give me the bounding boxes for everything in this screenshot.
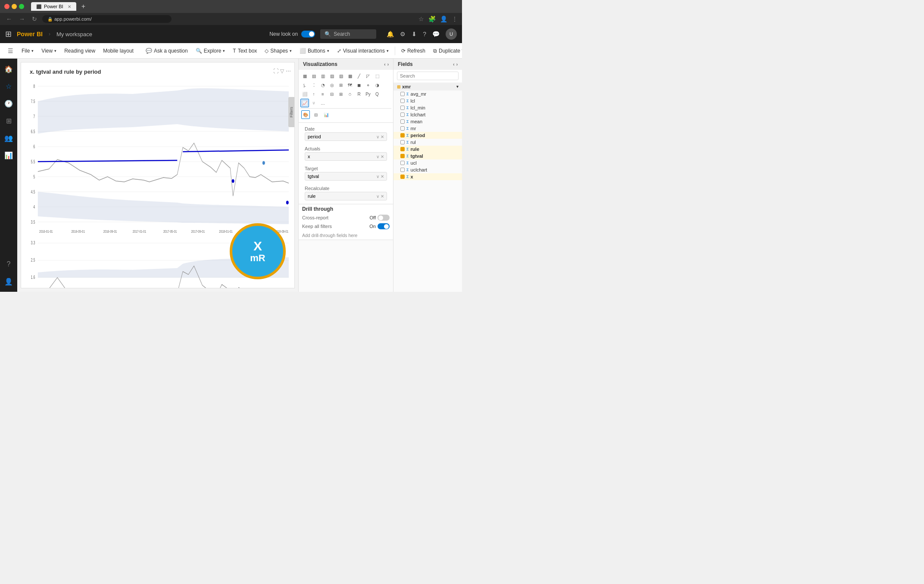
- buttons-button[interactable]: ⬜ Buttons ▾: [296, 46, 333, 56]
- minimize-button[interactable]: [12, 4, 17, 9]
- feedback-icon[interactable]: 💬: [432, 31, 440, 37]
- field-avg_mr[interactable]: Σ avg_mr: [393, 91, 462, 97]
- viz-panel-collapse[interactable]: ›: [387, 62, 389, 67]
- file-menu[interactable]: File ▾: [18, 46, 37, 56]
- refresh-button[interactable]: ⟳ Refresh: [398, 46, 429, 56]
- search-bar[interactable]: 🔍 Search: [320, 29, 376, 39]
- viz-waterfall[interactable]: ⍥: [346, 90, 354, 98]
- target-value[interactable]: tgtval ∨ ✕: [305, 172, 387, 181]
- viz-100-stacked-bar[interactable]: ▥: [318, 72, 327, 80]
- field-ucl_chart[interactable]: Σ uclchart: [393, 166, 462, 173]
- field-lcl_min[interactable]: Σ lcl_min: [393, 104, 462, 111]
- viz-line-col[interactable]: ⍼: [300, 81, 309, 89]
- visual-interactions-button[interactable]: ⤢ Visual interactions ▾: [334, 46, 392, 56]
- reload-button[interactable]: ↻: [30, 15, 39, 23]
- sidebar-shared-icon[interactable]: 👥: [2, 131, 16, 145]
- chart-more-icon[interactable]: ⋯: [286, 68, 291, 74]
- actuals-expand[interactable]: ∨ ✕: [376, 154, 384, 159]
- workspace-link[interactable]: My workspace: [56, 31, 92, 37]
- viz-filled-map[interactable]: ◼: [355, 81, 363, 89]
- fields-collapse-icon[interactable]: ‹: [453, 62, 454, 67]
- text-box-button[interactable]: T Text box: [229, 46, 260, 56]
- profile-icon[interactable]: 👤: [440, 16, 447, 22]
- field-rul[interactable]: Σ rul: [393, 139, 462, 146]
- viz-pie[interactable]: ◔: [318, 81, 327, 89]
- field-mean[interactable]: Σ mean: [393, 118, 462, 125]
- fields-search-input[interactable]: [397, 72, 459, 80]
- sidebar-user-icon[interactable]: 👤: [2, 275, 16, 288]
- target-expand[interactable]: ∨ ✕: [376, 174, 384, 179]
- help-icon[interactable]: ?: [423, 31, 426, 37]
- viz-100-stacked-area[interactable]: ⬚: [373, 72, 381, 80]
- viz-map[interactable]: 🗺: [346, 81, 354, 89]
- field-ucl[interactable]: Σ ucl: [393, 159, 462, 166]
- sidebar-star-icon[interactable]: ☆: [2, 79, 16, 93]
- url-bar[interactable]: 🔒 app.powerbi.com/: [42, 15, 172, 23]
- chart-filter-icon[interactable]: ▽: [280, 68, 284, 74]
- settings-icon[interactable]: ⚙: [400, 31, 406, 37]
- maximize-button[interactable]: [19, 4, 24, 9]
- recalculate-value[interactable]: rule ∨ ✕: [305, 192, 387, 200]
- download-icon[interactable]: ⬇: [412, 31, 417, 37]
- field-lclchart[interactable]: Σ lclchart: [393, 111, 462, 118]
- sidebar-recent-icon[interactable]: 🕐: [2, 97, 16, 110]
- ask-question-button[interactable]: 💬 Ask a question: [142, 46, 191, 56]
- viz-clustered-bar[interactable]: ▤: [309, 72, 318, 80]
- sidebar-workspace-icon[interactable]: 📊: [2, 148, 16, 162]
- actuals-value[interactable]: x ∨ ✕: [305, 152, 387, 161]
- viz-panel-header[interactable]: Visualizations ‹ ›: [299, 59, 393, 70]
- viz-line[interactable]: ╱: [355, 72, 363, 80]
- keep-filters-toggle[interactable]: On: [369, 223, 390, 229]
- viz-panel-expand[interactable]: ‹: [384, 62, 385, 67]
- menu-icon[interactable]: ⋮: [452, 16, 458, 22]
- close-button[interactable]: [4, 4, 9, 9]
- recalculate-expand[interactable]: ∨ ✕: [376, 194, 384, 199]
- cross-report-toggle-pill[interactable]: [378, 215, 390, 221]
- viz-stacked-bar[interactable]: ▦: [300, 72, 309, 80]
- star-icon[interactable]: ☆: [418, 16, 424, 22]
- field-tgtval[interactable]: Σ tgtval: [393, 153, 462, 159]
- viz-gauge[interactable]: ◑: [373, 81, 381, 89]
- view-menu[interactable]: View ▾: [38, 46, 60, 56]
- viz-100-stacked-col[interactable]: ▩: [346, 72, 354, 80]
- add-drill-fields-button[interactable]: Add drill-through fields here: [302, 233, 390, 238]
- viz-matrix[interactable]: ⊞: [337, 90, 345, 98]
- sidebar-home-icon[interactable]: 🏠: [2, 62, 16, 76]
- viz-analytics-icon[interactable]: 📊: [322, 110, 331, 119]
- viz-donut[interactable]: ◎: [328, 81, 336, 89]
- viz-treemap[interactable]: ⊞: [337, 81, 345, 89]
- viz-custom-active[interactable]: 📈: [300, 99, 309, 107]
- viz-funnel[interactable]: ⋄: [364, 81, 372, 89]
- field-period[interactable]: Σ period: [393, 132, 462, 139]
- field-rule[interactable]: Σ rule: [393, 146, 462, 153]
- cross-report-toggle[interactable]: Off: [370, 215, 390, 221]
- explore-button[interactable]: 🔍 Explore ▾: [192, 46, 229, 56]
- field-lcl[interactable]: Σ lcl: [393, 97, 462, 104]
- viz-card[interactable]: ⬜: [300, 90, 309, 98]
- viz-kpi[interactable]: ↑: [309, 90, 318, 98]
- viz-qna[interactable]: Q: [373, 90, 381, 98]
- back-button[interactable]: ←: [4, 15, 14, 23]
- chart-focus-icon[interactable]: ⛶: [273, 68, 278, 74]
- extension-icon[interactable]: 🧩: [428, 16, 436, 22]
- viz-stacked-col[interactable]: ▨: [328, 72, 336, 80]
- viz-python[interactable]: Py: [364, 90, 372, 98]
- notification-icon[interactable]: 🔔: [387, 31, 394, 37]
- new-tab-button[interactable]: +: [81, 3, 85, 10]
- browser-tab[interactable]: ⬛ Power BI ✕: [31, 2, 76, 11]
- field-mr[interactable]: Σ mr: [393, 125, 462, 132]
- viz-clustered-col[interactable]: ▧: [337, 72, 345, 80]
- viz-slicer[interactable]: ≡: [318, 90, 327, 98]
- sidebar-apps-icon[interactable]: ⊞: [2, 114, 16, 128]
- shapes-button[interactable]: ◇ Shapes ▾: [261, 46, 295, 56]
- hamburger-icon[interactable]: ☰: [3, 44, 17, 58]
- sidebar-learn-icon[interactable]: ?: [2, 257, 16, 271]
- date-expand[interactable]: ∨ ✕: [376, 134, 384, 139]
- mobile-layout-button[interactable]: Mobile layout: [100, 46, 137, 56]
- user-avatar[interactable]: U: [446, 28, 457, 40]
- date-value[interactable]: period ∨ ✕: [305, 132, 387, 141]
- field-x[interactable]: Σ x: [393, 173, 462, 180]
- viz-custom2[interactable]: …: [318, 99, 327, 107]
- tab-close-icon[interactable]: ✕: [68, 4, 71, 9]
- filters-handle[interactable]: Filters: [288, 97, 294, 127]
